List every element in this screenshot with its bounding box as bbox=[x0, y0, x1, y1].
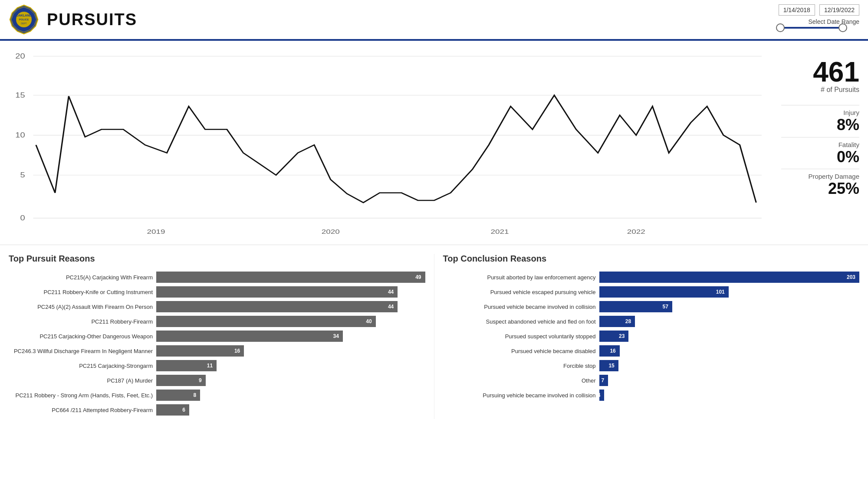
page-title: PURSUITS bbox=[47, 10, 137, 29]
bar-value: 49 bbox=[415, 274, 423, 280]
bottom-section: Top Pursuit Reasons PC215(A) Carjacking … bbox=[0, 245, 868, 423]
bar-fill: 49 bbox=[156, 272, 425, 283]
list-item: PC245 (A)(2) Assault With Firearm On Per… bbox=[9, 301, 425, 312]
bar-fill: 23 bbox=[599, 331, 629, 342]
stats-divider-2 bbox=[781, 137, 859, 138]
bar-fill: 57 bbox=[599, 301, 672, 312]
date-inputs: 1/14/2018 12/19/2022 bbox=[779, 4, 859, 16]
slider-thumb-left[interactable] bbox=[776, 23, 785, 32]
bar-value: 34 bbox=[333, 333, 341, 339]
bar-value: 7 bbox=[601, 377, 606, 383]
bar-fill: 16 bbox=[599, 345, 620, 357]
svg-text:5: 5 bbox=[20, 171, 25, 179]
bar-label: Other bbox=[443, 377, 599, 384]
conclusion-reasons-title: Top Conclusion Reasons bbox=[443, 254, 860, 264]
list-item: PC246.3 Willful Discharge Firearm In Neg… bbox=[9, 345, 425, 357]
slider-track bbox=[777, 27, 846, 29]
bar-fill: 9 bbox=[156, 375, 206, 386]
bar-fill: 8 bbox=[156, 390, 200, 401]
date-range-label: Select Date Range bbox=[808, 18, 859, 25]
svg-text:DEPT: DEPT bbox=[21, 22, 26, 25]
bar-value: 23 bbox=[619, 333, 627, 339]
list-item: PC215 Carjacking-Strongarm11 bbox=[9, 360, 425, 371]
bar-fill: 16 bbox=[156, 345, 244, 357]
bar-value: 16 bbox=[610, 348, 618, 354]
bar-fill: 7 bbox=[599, 375, 608, 386]
svg-text:2020: 2020 bbox=[322, 227, 340, 235]
bar-value: 8 bbox=[193, 392, 198, 398]
date-range-controls: 1/14/2018 12/19/2022 Select Date Range bbox=[773, 4, 859, 29]
list-item: PC211 Robbery-Firearm40 bbox=[9, 316, 425, 327]
svg-text:2019: 2019 bbox=[147, 227, 165, 235]
date-end-input[interactable]: 12/19/2022 bbox=[819, 4, 859, 16]
bar-fill: 6 bbox=[156, 404, 189, 416]
line-chart-path bbox=[36, 95, 756, 203]
bar-label: Pursued suspect voluntarily stopped bbox=[443, 333, 599, 340]
list-item: Other7 bbox=[443, 375, 860, 386]
bar-fill: 101 bbox=[599, 286, 729, 298]
pursuit-reasons-section: Top Pursuit Reasons PC215(A) Carjacking … bbox=[9, 254, 434, 419]
list-item: Forcible stop15 bbox=[443, 360, 860, 371]
bar-value: 16 bbox=[234, 348, 242, 354]
bar-label: Pursued vehicle became involved in colli… bbox=[443, 304, 599, 310]
bar-fill: 44 bbox=[156, 301, 398, 312]
bar-value: 9 bbox=[199, 377, 204, 383]
date-start-input[interactable]: 1/14/2018 bbox=[779, 4, 815, 16]
injury-value: 8% bbox=[781, 116, 859, 134]
bar-fill: 203 bbox=[599, 272, 860, 283]
bar-label: Forcible stop bbox=[443, 363, 599, 369]
list-item: Suspect abandoned vehicle and fled on fo… bbox=[443, 316, 860, 327]
svg-text:2022: 2022 bbox=[627, 227, 645, 235]
bar-value: 28 bbox=[625, 318, 633, 324]
svg-text:2021: 2021 bbox=[490, 227, 509, 235]
bar-value: 44 bbox=[388, 304, 396, 310]
property-damage-value: 25% bbox=[781, 180, 859, 197]
bar-value: 101 bbox=[716, 289, 727, 295]
bar-fill: 40 bbox=[156, 316, 376, 327]
bar-label: PC187 (A) Murder bbox=[9, 377, 156, 384]
conclusion-bars: Pursuit aborted by law enforcement agenc… bbox=[443, 272, 860, 401]
bar-value: 6 bbox=[182, 407, 187, 413]
bar-fill: 28 bbox=[599, 316, 635, 327]
fatality-value: 0% bbox=[781, 148, 859, 166]
bar-fill: 15 bbox=[599, 360, 618, 371]
bar-label: Pursued vehicle became disabled bbox=[443, 348, 599, 354]
list-item: Pursued suspect voluntarily stopped23 bbox=[443, 331, 860, 342]
fatality-label: Fatality bbox=[781, 141, 859, 148]
bar-label: PC215 Carjacking-Strongarm bbox=[9, 363, 156, 369]
date-range-slider[interactable] bbox=[773, 27, 859, 29]
bar-label: PC215(A) Carjacking With Firearm bbox=[9, 274, 156, 281]
bar-fill: 44 bbox=[156, 286, 398, 298]
bar-label: Suspect abandoned vehicle and fled on fo… bbox=[443, 318, 599, 325]
bar-label: PC215 Carjacking-Other Dangerous Weapon bbox=[9, 333, 156, 340]
list-item: Pursuit aborted by law enforcement agenc… bbox=[443, 272, 860, 283]
stats-divider-3 bbox=[781, 169, 859, 169]
bar-label: PC211 Robbery-Firearm bbox=[9, 318, 156, 325]
pursuits-count: 461 bbox=[781, 58, 859, 86]
bar-label: Pursuing vehicle became involved in coll… bbox=[443, 392, 599, 399]
svg-text:0: 0 bbox=[20, 214, 25, 222]
svg-text:10: 10 bbox=[15, 131, 25, 139]
bar-value: 203 bbox=[847, 274, 858, 280]
svg-text:15: 15 bbox=[15, 91, 25, 99]
pursuits-label: # of Pursuits bbox=[781, 86, 859, 94]
list-item: Pursued vehicle became disabled16 bbox=[443, 345, 860, 357]
bar-value: 44 bbox=[388, 289, 396, 295]
list-item: PC211 Robbery - Strong Arm (Hands, Fists… bbox=[9, 390, 425, 401]
conclusion-reasons-section: Top Conclusion Reasons Pursuit aborted b… bbox=[434, 254, 860, 419]
list-item: Pursued vehicle escaped pursuing vehicle… bbox=[443, 286, 860, 298]
slider-thumb-right[interactable] bbox=[838, 23, 847, 32]
property-damage-label: Property Damage bbox=[781, 173, 859, 180]
stats-divider-1 bbox=[781, 105, 859, 105]
bar-label: Pursued vehicle escaped pursuing vehicle bbox=[443, 289, 599, 295]
header: OAKLAND POLICE DEPT PURSUITS 1/14/2018 1… bbox=[0, 0, 868, 41]
chart-stats: 461 # of Pursuits Injury 8% Fatality 0% … bbox=[773, 45, 859, 240]
bar-label: Pursuit aborted by law enforcement agenc… bbox=[443, 274, 599, 281]
bar-value: 11 bbox=[207, 363, 215, 369]
list-item: Pursued vehicle became involved in colli… bbox=[443, 301, 860, 312]
pursuit-bars: PC215(A) Carjacking With Firearm49PC211 … bbox=[9, 272, 425, 416]
opd-logo: OAKLAND POLICE DEPT bbox=[9, 4, 39, 35]
slider-fill bbox=[777, 27, 846, 29]
injury-label: Injury bbox=[781, 109, 859, 116]
pursuit-reasons-title: Top Pursuit Reasons bbox=[9, 254, 425, 264]
